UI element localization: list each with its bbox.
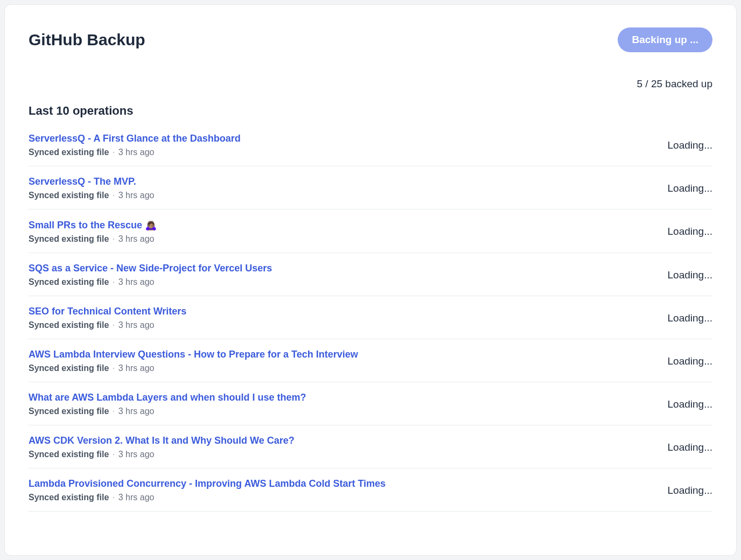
operation-meta: Synced existing file · 3 hrs ago <box>29 407 306 416</box>
operation-time: 3 hrs ago <box>118 320 155 330</box>
operation-info: Lambda Provisioned Concurrency - Improvi… <box>29 478 386 502</box>
operation-action: Synced existing file <box>29 363 109 373</box>
operations-section-title: Last 10 operations <box>29 104 712 118</box>
operation-item: SEO for Technical Content Writers Synced… <box>29 296 712 339</box>
operation-title-link[interactable]: SEO for Technical Content Writers <box>29 306 186 317</box>
operation-info: ServerlessQ - The MVP. Synced existing f… <box>29 176 154 200</box>
operation-status: Loading... <box>668 183 712 194</box>
operation-item: Small PRs to the Rescue 🙇🏽‍♀️ Synced exi… <box>29 209 712 253</box>
operation-action: Synced existing file <box>29 493 109 502</box>
operation-title-link[interactable]: ServerlessQ - A First Glance at the Dash… <box>29 133 241 144</box>
meta-separator: · <box>113 234 115 243</box>
operation-info: SEO for Technical Content Writers Synced… <box>29 306 186 330</box>
operation-action: Synced existing file <box>29 450 109 459</box>
backup-status: 5 / 25 backed up <box>29 78 712 90</box>
operation-time: 3 hrs ago <box>118 363 155 373</box>
operation-time: 3 hrs ago <box>118 277 155 286</box>
operation-time: 3 hrs ago <box>118 450 155 459</box>
header-row: GitHub Backup Backing up ... <box>29 27 712 52</box>
operation-action: Synced existing file <box>29 320 109 330</box>
operation-status: Loading... <box>668 485 712 496</box>
operation-title-link[interactable]: What are AWS Lambda Layers and when shou… <box>29 392 306 403</box>
operation-action: Synced existing file <box>29 234 109 243</box>
operation-title-link[interactable]: Small PRs to the Rescue 🙇🏽‍♀️ <box>29 219 157 231</box>
operation-item: Lambda Provisioned Concurrency - Improvi… <box>29 468 712 512</box>
operation-meta: Synced existing file · 3 hrs ago <box>29 450 295 459</box>
operation-info: ServerlessQ - A First Glance at the Dash… <box>29 133 241 157</box>
meta-separator: · <box>113 493 115 502</box>
operation-time: 3 hrs ago <box>118 493 155 502</box>
operation-info: What are AWS Lambda Layers and when shou… <box>29 392 306 416</box>
operation-meta: Synced existing file · 3 hrs ago <box>29 277 272 287</box>
operation-status: Loading... <box>668 442 712 453</box>
page-title: GitHub Backup <box>29 31 145 49</box>
operation-time: 3 hrs ago <box>118 234 155 243</box>
operation-action: Synced existing file <box>29 148 109 157</box>
operation-meta: Synced existing file · 3 hrs ago <box>29 320 186 330</box>
operation-item: ServerlessQ - The MVP. Synced existing f… <box>29 166 712 209</box>
operation-time: 3 hrs ago <box>118 148 155 157</box>
backup-card: GitHub Backup Backing up ... 5 / 25 back… <box>4 4 737 556</box>
operation-meta: Synced existing file · 3 hrs ago <box>29 493 386 502</box>
operation-info: SQS as a Service - New Side-Project for … <box>29 263 272 287</box>
operation-time: 3 hrs ago <box>118 407 155 416</box>
operation-meta: Synced existing file · 3 hrs ago <box>29 363 358 373</box>
operation-status: Loading... <box>668 269 712 281</box>
operation-time: 3 hrs ago <box>118 191 155 200</box>
operation-title-link[interactable]: Lambda Provisioned Concurrency - Improvi… <box>29 478 386 489</box>
meta-separator: · <box>113 320 115 330</box>
meta-separator: · <box>113 191 115 200</box>
meta-separator: · <box>113 450 115 459</box>
operation-title-link[interactable]: SQS as a Service - New Side-Project for … <box>29 263 272 274</box>
operation-status: Loading... <box>668 398 712 410</box>
operation-item: ServerlessQ - A First Glance at the Dash… <box>29 133 712 166</box>
backup-button[interactable]: Backing up ... <box>618 27 712 52</box>
operation-meta: Synced existing file · 3 hrs ago <box>29 191 154 200</box>
meta-separator: · <box>113 148 115 157</box>
operation-action: Synced existing file <box>29 407 109 416</box>
operation-meta: Synced existing file · 3 hrs ago <box>29 148 241 157</box>
operation-item: SQS as a Service - New Side-Project for … <box>29 253 712 296</box>
operation-title-link[interactable]: ServerlessQ - The MVP. <box>29 176 154 187</box>
meta-separator: · <box>113 363 115 373</box>
operation-item: What are AWS Lambda Layers and when shou… <box>29 382 712 425</box>
operation-title-link[interactable]: AWS CDK Version 2. What Is It and Why Sh… <box>29 435 295 446</box>
operation-status: Loading... <box>668 312 712 324</box>
operation-status: Loading... <box>668 139 712 151</box>
operation-status: Loading... <box>668 355 712 367</box>
operation-info: AWS Lambda Interview Questions - How to … <box>29 349 358 373</box>
operation-status: Loading... <box>668 226 712 237</box>
operations-list: ServerlessQ - A First Glance at the Dash… <box>29 133 712 512</box>
operation-item: AWS Lambda Interview Questions - How to … <box>29 339 712 382</box>
meta-separator: · <box>113 277 115 286</box>
operation-meta: Synced existing file · 3 hrs ago <box>29 234 157 244</box>
operation-info: AWS CDK Version 2. What Is It and Why Sh… <box>29 435 295 459</box>
operation-item: AWS CDK Version 2. What Is It and Why Sh… <box>29 425 712 468</box>
operation-title-link[interactable]: AWS Lambda Interview Questions - How to … <box>29 349 358 360</box>
operation-info: Small PRs to the Rescue 🙇🏽‍♀️ Synced exi… <box>29 219 157 244</box>
operation-action: Synced existing file <box>29 191 109 200</box>
operation-action: Synced existing file <box>29 277 109 286</box>
meta-separator: · <box>113 407 115 416</box>
